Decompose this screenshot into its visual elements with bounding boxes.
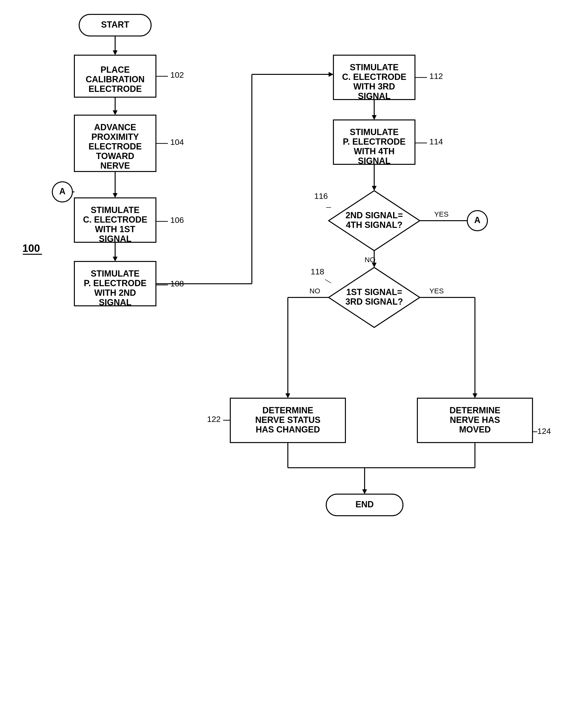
n106-text-4: SIGNAL [99,234,131,244]
ref-112: 112 [429,72,443,81]
ref-118: 118 [311,267,324,276]
n122-text-3: HAS CHANGED [256,424,320,434]
n108-text-4: SIGNAL [99,297,131,307]
svg-marker-55 [362,489,367,494]
svg-marker-42 [285,393,290,398]
yes-116-label: YES [434,210,449,218]
n124-text-1: DETERMINE [450,405,500,415]
n108-text-2: P. ELECTRODE [84,278,146,288]
svg-marker-13 [113,193,118,198]
ref-104: 104 [170,137,184,147]
no-116-label: NO [365,256,375,264]
n106-text-3: WITH 1ST [95,224,135,234]
svg-line-39 [325,279,331,283]
n106-text-2: C. ELECTRODE [83,215,147,225]
svg-marker-23 [329,72,333,77]
n116-text-1: 2ND SIGNAL= [345,210,403,220]
ref-124: 124 [537,427,551,436]
n102-text-2: CALIBRATION [86,74,145,84]
n112-text-1: STIMULATE [350,63,399,72]
n112-text-4: SIGNAL [358,91,391,101]
ref-122: 122 [207,414,221,423]
svg-marker-17 [113,257,118,261]
n104-text-4: TOWARD [96,151,134,161]
connector-a-right: A [474,215,481,225]
n102-text-1: PLACE [100,65,130,75]
start-label: START [101,20,129,30]
n112-text-2: C. ELECTRODE [342,72,406,82]
svg-marker-45 [473,393,477,398]
n108-text-1: STIMULATE [91,269,139,279]
n124-text-2: NERVE HAS [450,415,500,425]
n122-text-2: NERVE STATUS [255,415,321,425]
n106-text-1: STIMULATE [91,205,139,215]
n114-text-2: P. ELECTRODE [343,137,405,147]
diagram-ref-100: 100 [22,242,40,254]
n104-text-2: PROXIMITY [91,132,139,142]
svg-marker-31 [372,186,377,191]
n114-text-1: STIMULATE [350,127,399,137]
ref-114: 114 [429,137,443,146]
svg-marker-6 [113,110,118,115]
n114-text-4: SIGNAL [358,156,391,166]
n116-text-2: 4TH SIGNAL? [346,220,403,230]
end-label: END [356,499,374,509]
n104-text-3: ELECTRODE [88,141,142,151]
connector-a-left: A [59,187,66,196]
svg-marker-27 [372,115,377,120]
n118-text-2: 3RD SIGNAL? [345,297,403,307]
n104-text-1: ADVANCE [94,122,136,132]
svg-marker-2 [113,50,118,55]
ref-106: 106 [170,215,184,225]
n122-text-1: DETERMINE [262,405,313,415]
n108-text-3: WITH 2ND [94,288,136,298]
n112-text-3: WITH 3RD [353,82,395,91]
n102-text-3: ELECTRODE [88,84,142,94]
yes-118-label: YES [429,287,444,295]
flowchart: START PLACE CALIBRATION ELECTRODE 102 AD… [0,0,574,728]
ref-102: 102 [170,70,184,79]
n104-text-5: NERVE [100,161,130,170]
no-118-label: NO [310,287,320,295]
ref-116: 116 [314,192,328,201]
n114-text-3: WITH 4TH [354,146,395,156]
n124-text-3: MOVED [459,424,491,434]
n118-text-1: 1ST SIGNAL= [346,287,402,297]
